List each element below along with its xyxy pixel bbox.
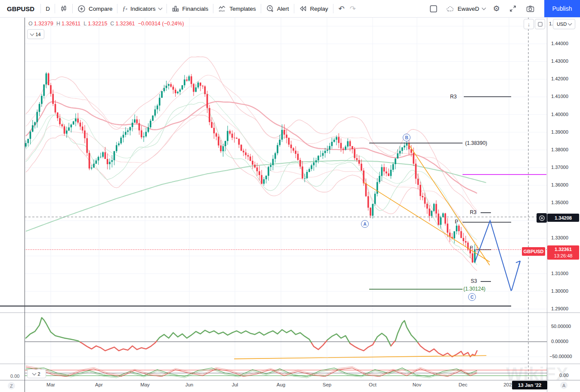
strip-indicator-count-button[interactable]: 2 (27, 369, 46, 378)
timezone-label: Z (10, 383, 12, 389)
settings-gear-icon[interactable]: ⚙ (489, 4, 504, 13)
price-tick: 1.31000 (551, 271, 568, 276)
plus-circle-icon (539, 215, 545, 221)
chart-type-button[interactable] (55, 0, 72, 17)
toolbar-right-group: EwaveD ⚙ Publish (425, 0, 580, 17)
month-tick: Oct (369, 382, 376, 387)
month-tick: Mar (46, 382, 55, 387)
pivot-label[interactable]: P (455, 219, 458, 225)
chevron-down-icon (32, 371, 37, 375)
layout-select-button[interactable] (425, 4, 442, 13)
compare-button[interactable]: Compare (73, 0, 117, 17)
pane-separator-oscillator[interactable] (0, 312, 580, 313)
fullscreen-icon[interactable] (504, 4, 521, 13)
undo-button[interactable]: ↶ (333, 0, 347, 17)
wave-c-letter: C (470, 295, 473, 300)
open-label: O (28, 21, 33, 27)
low-value: 1.32215 (88, 21, 107, 27)
chevron-down-icon (481, 6, 486, 10)
publish-label: Publish (552, 5, 572, 12)
snapshot-camera-icon[interactable] (521, 5, 539, 13)
price-tick: 1.37000 (551, 165, 568, 170)
interval-label: D (46, 6, 50, 12)
chart-plot-area[interactable] (0, 0, 580, 392)
wave-b-marker[interactable]: B (403, 134, 410, 141)
price-tick: 1.40000 (551, 112, 568, 117)
high-label: H (56, 21, 60, 27)
symbol-button[interactable]: GBPUSD (0, 0, 40, 17)
price-tick: 1.38000 (551, 147, 568, 152)
indicator-length-button[interactable]: 14 (27, 29, 44, 39)
adjust-scale-button[interactable]: A (560, 382, 568, 389)
crosshair-price-tag: 1.34208 (547, 214, 579, 222)
month-tick: Dec (459, 382, 467, 387)
price-tick: 1.30000 (551, 288, 568, 294)
frame-icon (537, 21, 543, 27)
saved-layout-button[interactable]: EwaveD (442, 0, 489, 17)
left-plot-border (25, 17, 25, 392)
crosshair-price-value: 1.34208 (555, 215, 572, 220)
time-axis[interactable] (0, 380, 580, 392)
maximize-pane-button[interactable] (535, 19, 545, 29)
osc-tick: −50.00000 (549, 354, 572, 359)
indicators-label: Indicators (130, 6, 156, 12)
price-tick: 1.39000 (551, 129, 568, 135)
chevron-down-icon (158, 6, 162, 10)
crosshair-date-tag: 13 Jan '22 (512, 381, 547, 389)
s3-label[interactable]: S3 (471, 278, 477, 284)
pivot-minor-label[interactable]: P (470, 245, 473, 250)
timezone-button[interactable]: Z (8, 382, 15, 389)
financials-bars-icon (172, 5, 179, 12)
pane-separator-strip[interactable] (0, 364, 580, 364)
alert-button[interactable]: Alert (261, 0, 294, 17)
price-tick: 1.35000 (551, 200, 568, 205)
compare-label: Compare (89, 6, 113, 12)
replay-button[interactable]: Replay (294, 0, 333, 17)
indicators-button[interactable]: ƒx Indicators (117, 0, 166, 17)
bar-countdown: 13:26:48 (554, 253, 573, 259)
redo-button[interactable]: ↷ (347, 0, 359, 17)
price-tick: 1.33000 (551, 235, 568, 240)
ohlc-readout: O1.32379 H1.32611 L1.32215 C1.32361 −0.0… (28, 21, 184, 27)
month-tick: Sep (323, 382, 331, 387)
interval-button[interactable]: D (41, 0, 55, 17)
scroll-down-button[interactable]: ↓ (524, 19, 534, 29)
last-price-tag: 1.32361 13:26:48 (547, 245, 579, 260)
compare-plus-icon (77, 5, 86, 13)
resistance-price-label[interactable]: (1.38390) (465, 140, 487, 146)
month-tick: Jun (185, 382, 194, 387)
candles-up (25, 74, 475, 263)
close-value: 1.32361 (115, 21, 135, 27)
candles-down (48, 74, 478, 263)
layout-name-label: EwaveD (458, 6, 479, 12)
replay-label: Replay (310, 6, 328, 12)
templates-label: Templates (229, 6, 256, 12)
strip-left-scale-label: 0.00 (10, 374, 19, 379)
price-tick: 1.43000 (551, 58, 568, 64)
osc-tick: 0.00000 (551, 339, 568, 344)
axis-partial-label: 1. (549, 21, 553, 26)
add-alert-plus-button[interactable] (537, 213, 547, 223)
osc-tick: 50.00000 (551, 324, 571, 329)
support-price-label[interactable]: (1.30124) (463, 286, 485, 292)
open-value: 1.32379 (34, 21, 53, 27)
wave-c-marker[interactable]: C (468, 293, 476, 301)
templates-wave-icon (218, 5, 226, 12)
r3-upper-label[interactable]: R3 (450, 94, 457, 100)
publish-button[interactable]: Publish (544, 0, 580, 17)
high-value: 1.32611 (62, 21, 80, 27)
r3-label[interactable]: R3 (470, 209, 476, 215)
currency-select[interactable]: USD (553, 19, 575, 29)
strip-count-value: 2 (37, 371, 40, 377)
alert-label: Alert (277, 6, 289, 12)
templates-button[interactable]: Templates (213, 0, 261, 17)
financials-button[interactable]: Financials (167, 0, 213, 17)
price-tick: 1.29000 (551, 306, 568, 311)
top-toolbar: GBPUSD D Compare ƒx Indicators (0, 0, 580, 18)
price-tick: 1.41000 (551, 94, 568, 99)
price-tick: 1.44000 (551, 41, 568, 46)
wave-a-marker[interactable]: A (361, 220, 369, 228)
month-tick: May (140, 382, 150, 387)
symbol-tag-text: GBPUSD (523, 249, 543, 254)
change-value: −0.00314 (−0.24%) (138, 21, 184, 27)
